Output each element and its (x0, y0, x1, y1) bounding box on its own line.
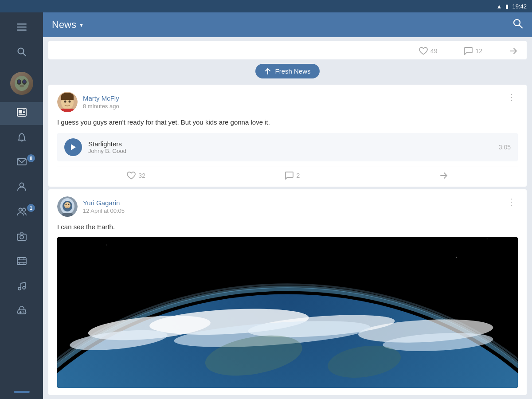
audio-duration: 3:05 (499, 144, 511, 151)
svg-point-57 (68, 203, 70, 205)
search-icon (17, 47, 27, 59)
communities-badge: 1 (27, 204, 35, 212)
battery-icon: ▮ (505, 3, 509, 10)
post-author-name[interactable]: Marty McFly (83, 94, 119, 102)
audio-title: Starlighters (88, 140, 493, 148)
svg-point-9 (23, 80, 26, 83)
post-card: Marty McFly 8 minutes ago ⋮ I guess you … (48, 85, 527, 187)
post-card-yuri: Yuri Gagarin 12 April at 00:05 ⋮ I can s… (48, 189, 527, 395)
svg-rect-21 (17, 234, 26, 240)
svg-rect-1 (17, 27, 27, 28)
svg-rect-23 (17, 258, 26, 265)
sidebar-item-games[interactable] (0, 301, 43, 324)
partial-comment-count: 12 (475, 47, 482, 55)
sidebar-item-news[interactable] (0, 102, 43, 125)
svg-rect-45 (61, 96, 74, 100)
top-bar: News ▾ (43, 12, 532, 37)
post-header-yuri: Yuri Gagarin 12 April at 00:05 ⋮ (57, 196, 518, 217)
post-author-info-yuri: Yuri Gagarin 12 April at 00:05 (83, 199, 125, 214)
post-actions: 32 2 (57, 167, 518, 180)
post-more-button-yuri[interactable]: ⋮ (505, 196, 518, 207)
audio-player: Starlighters Johny B. Good 3:05 (57, 133, 518, 161)
post-time-yuri: 12 April at 00:05 (83, 207, 125, 214)
fresh-news-bar: Fresh News (43, 59, 532, 82)
messages-badge: 8 (27, 154, 35, 162)
search-button[interactable] (512, 18, 523, 31)
svg-line-34 (21, 282, 25, 283)
camera-icon (17, 231, 27, 244)
sidebar-item-menu[interactable] (0, 17, 43, 40)
content-area: News ▾ 49 (43, 12, 532, 399)
sidebar: 8 1 (0, 12, 43, 399)
svg-rect-84 (57, 237, 518, 388)
partial-post-card: 49 12 (48, 41, 527, 59)
svg-point-56 (66, 203, 67, 205)
bell-icon (17, 132, 27, 145)
top-bar-left: News ▾ (52, 19, 83, 31)
sidebar-item-avatar[interactable] (0, 66, 43, 100)
partial-like-count: 49 (430, 47, 438, 55)
post-header: Marty McFly 8 minutes ago ⋮ (57, 92, 518, 112)
share-button[interactable] (439, 172, 448, 180)
sidebar-item-communities[interactable]: 1 (0, 201, 43, 224)
menu-icon (17, 22, 27, 35)
post-image-earth[interactable] (57, 237, 518, 388)
fresh-news-label: Fresh News (275, 67, 310, 75)
signal-icon: ▲ (497, 3, 502, 10)
like-count: 32 (138, 172, 145, 179)
svg-point-20 (22, 208, 25, 211)
sidebar-item-search[interactable] (0, 42, 43, 65)
svg-rect-0 (17, 23, 27, 25)
post-text-yuri: I can see the Earth. (57, 222, 518, 232)
sidebar-item-messages[interactable]: 8 (0, 152, 43, 175)
audio-info: Starlighters Johny B. Good (88, 140, 493, 154)
active-indicator (14, 391, 30, 393)
svg-point-19 (19, 208, 22, 211)
dropdown-arrow-icon[interactable]: ▾ (80, 21, 83, 28)
partial-share-btn[interactable] (509, 47, 518, 55)
news-icon (17, 107, 27, 120)
svg-point-18 (20, 183, 23, 187)
svg-point-22 (20, 235, 23, 239)
comment-count: 2 (296, 172, 300, 179)
fresh-news-button[interactable]: Fresh News (255, 64, 319, 78)
post-avatar-marty[interactable] (57, 92, 78, 112)
svg-rect-49 (61, 109, 74, 112)
like-button[interactable]: 32 (127, 172, 145, 180)
comment-button[interactable]: 2 (285, 172, 300, 180)
sidebar-item-videos[interactable] (0, 251, 43, 274)
post-author: Marty McFly 8 minutes ago (57, 92, 119, 112)
page-title: News (52, 19, 76, 31)
mail-icon (17, 157, 27, 169)
post-more-button[interactable]: ⋮ (505, 92, 518, 102)
music-icon (17, 281, 27, 293)
svg-point-37 (23, 311, 23, 312)
post-author-name-yuri[interactable]: Yuri Gagarin (83, 199, 125, 207)
audio-artist: Johny B. Good (88, 148, 493, 154)
svg-point-31 (23, 286, 25, 289)
svg-line-4 (23, 53, 26, 56)
sidebar-item-notifications[interactable] (0, 127, 43, 150)
svg-point-8 (18, 80, 20, 83)
main-layout: 8 1 (0, 12, 532, 399)
svg-point-30 (18, 287, 21, 290)
svg-rect-12 (19, 110, 22, 113)
feed-container[interactable]: 49 12 (43, 37, 532, 399)
play-button[interactable] (64, 138, 82, 156)
svg-rect-2 (17, 30, 27, 31)
gamepad-icon (17, 306, 27, 318)
svg-point-38 (23, 312, 24, 313)
status-bar: ▲ ▮ 19:42 (0, 0, 532, 12)
sidebar-item-music[interactable] (0, 276, 43, 299)
user-avatar (10, 72, 33, 95)
sidebar-item-friends[interactable] (0, 176, 43, 200)
groups-icon (17, 207, 27, 219)
svg-point-47 (69, 101, 71, 103)
post-avatar-yuri[interactable] (57, 196, 78, 217)
partial-like-btn[interactable]: 49 (419, 47, 438, 55)
sidebar-bottom (0, 385, 43, 399)
partial-comment-btn[interactable]: 12 (464, 47, 482, 55)
status-time: 19:42 (512, 3, 527, 10)
svg-point-46 (64, 101, 66, 103)
sidebar-item-photos[interactable] (0, 226, 43, 249)
